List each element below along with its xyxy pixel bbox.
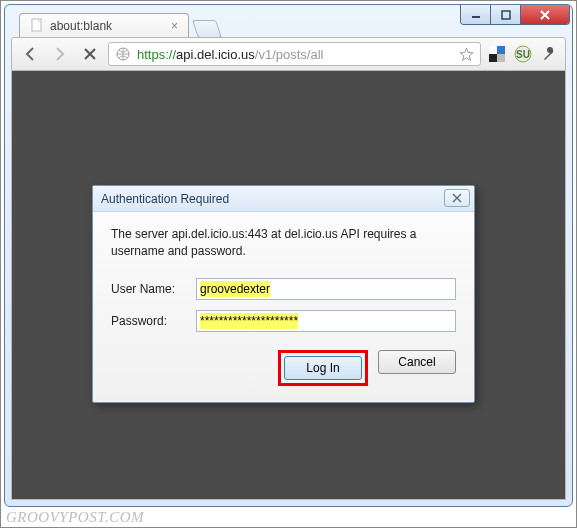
delicious-extension-icon[interactable] xyxy=(487,44,507,64)
svg-rect-6 xyxy=(489,54,497,62)
dialog-titlebar: Authentication Required xyxy=(93,186,474,212)
maximize-button[interactable] xyxy=(491,5,521,24)
watermark: GROOVYPOST.COM xyxy=(6,509,144,526)
username-input[interactable] xyxy=(196,278,456,300)
dialog-message: The server api.del.icio.us:443 at del.ic… xyxy=(111,226,456,260)
auth-dialog: Authentication Required The server api.d… xyxy=(92,185,475,403)
screenshot-frame: about:blank × https://api.del.icio.us/v1… xyxy=(0,0,577,528)
url-text: https://api.del.icio.us/v1/posts/all xyxy=(137,47,452,62)
login-button[interactable]: Log In xyxy=(284,356,362,380)
minimize-button[interactable] xyxy=(461,5,491,24)
stumbleupon-extension-icon[interactable]: SU xyxy=(513,44,533,64)
new-tab-button[interactable] xyxy=(192,20,222,38)
bookmark-star-icon[interactable] xyxy=(458,46,474,62)
dialog-close-button[interactable] xyxy=(444,189,470,207)
tab-close-icon[interactable]: × xyxy=(171,19,178,33)
back-button[interactable] xyxy=(18,42,42,66)
browser-toolbar: https://api.del.icio.us/v1/posts/all SU xyxy=(11,37,566,71)
svg-rect-0 xyxy=(472,16,480,18)
url-host: api.del.icio.us xyxy=(176,47,255,62)
svg-rect-5 xyxy=(497,46,505,54)
highlight-box: Log In xyxy=(278,350,368,386)
browser-tab[interactable]: about:blank × xyxy=(19,13,189,38)
dialog-body: The server api.del.icio.us:443 at del.ic… xyxy=(93,212,474,402)
tab-strip: about:blank × xyxy=(19,13,219,38)
dialog-title: Authentication Required xyxy=(101,192,229,206)
cancel-button[interactable]: Cancel xyxy=(378,350,456,374)
url-scheme: https:// xyxy=(137,47,176,62)
window-controls xyxy=(460,5,570,25)
svg-rect-4 xyxy=(489,46,497,54)
svg-rect-7 xyxy=(497,54,505,62)
stop-button[interactable] xyxy=(78,42,102,66)
page-icon xyxy=(30,18,44,35)
site-icon xyxy=(115,46,131,62)
svg-rect-1 xyxy=(502,11,510,19)
password-label: Password: xyxy=(111,314,196,328)
forward-button[interactable] xyxy=(48,42,72,66)
wrench-menu-icon[interactable] xyxy=(539,44,559,64)
address-bar[interactable]: https://api.del.icio.us/v1/posts/all xyxy=(108,42,481,66)
svg-text:SU: SU xyxy=(516,49,530,60)
username-row: User Name: groovedexter xyxy=(111,278,456,300)
password-input[interactable] xyxy=(196,310,456,332)
tab-title: about:blank xyxy=(50,19,112,33)
window-close-button[interactable] xyxy=(521,5,569,24)
password-row: Password: ********************* xyxy=(111,310,456,332)
url-path: /v1/posts/all xyxy=(255,47,324,62)
dialog-button-row: Log In Cancel xyxy=(111,350,456,386)
username-label: User Name: xyxy=(111,282,196,296)
